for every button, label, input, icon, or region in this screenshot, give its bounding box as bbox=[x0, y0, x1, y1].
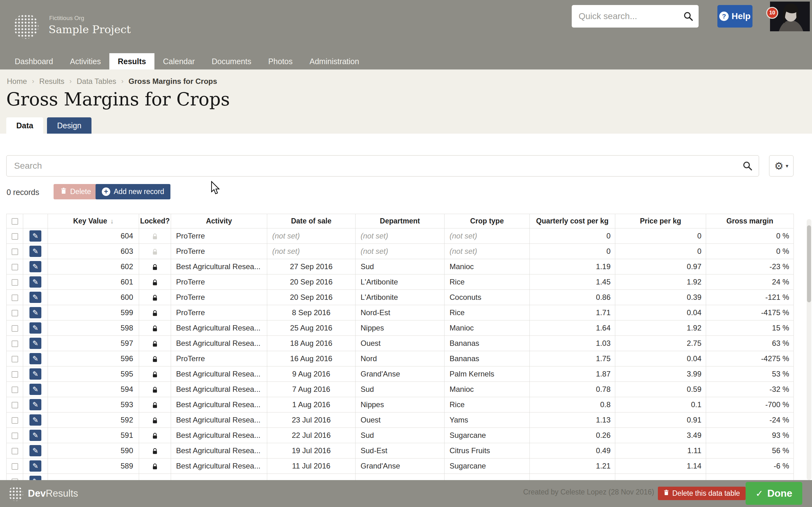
breadcrumb-item-data-tables[interactable]: Data Tables bbox=[77, 77, 116, 86]
cell-crop_type: Citrus Fruits bbox=[445, 443, 530, 458]
edit-record-button[interactable]: ✎ bbox=[30, 246, 41, 257]
cell-locked bbox=[139, 290, 171, 305]
nav-tab-activities[interactable]: Activities bbox=[61, 53, 109, 69]
cell-key: 591 bbox=[48, 428, 139, 443]
column-header-price-per-kg[interactable]: Price per kg bbox=[615, 214, 706, 228]
content-panel: ⚙ ▾ 0 records Delete + Add new record Ke… bbox=[0, 134, 812, 480]
edit-record-button[interactable]: ✎ bbox=[30, 476, 41, 480]
nav-tab-administration[interactable]: Administration bbox=[301, 53, 367, 69]
row-checkbox[interactable] bbox=[12, 340, 18, 347]
cell-department: Sud bbox=[356, 259, 445, 275]
row-checkbox[interactable] bbox=[12, 279, 18, 286]
row-checkbox[interactable] bbox=[12, 310, 18, 317]
devresults-brand[interactable]: DevResults bbox=[8, 486, 78, 501]
row-checkbox[interactable] bbox=[12, 387, 18, 393]
select-all-checkbox[interactable] bbox=[12, 218, 18, 225]
trash-icon bbox=[60, 187, 67, 196]
quick-search-input[interactable] bbox=[572, 5, 699, 27]
column-header-locked[interactable]: Locked? bbox=[139, 214, 171, 228]
edit-record-button[interactable]: ✎ bbox=[30, 261, 41, 272]
edit-record-button[interactable]: ✎ bbox=[30, 460, 41, 472]
row-checkbox[interactable] bbox=[12, 264, 18, 270]
column-header-activity[interactable]: Activity bbox=[171, 214, 267, 228]
edit-record-button[interactable]: ✎ bbox=[30, 338, 41, 349]
column-header-quarterly-cost-per-kg[interactable]: Quarterly cost per kg bbox=[530, 214, 615, 228]
vertical-scrollbar[interactable] bbox=[807, 219, 811, 480]
cell-date: (not set) bbox=[267, 244, 356, 259]
row-checkbox[interactable] bbox=[12, 402, 18, 408]
nav-tab-results[interactable]: Results bbox=[109, 53, 154, 69]
cell-crop_type: Sugarcane bbox=[445, 458, 530, 474]
table-settings-button[interactable]: ⚙ ▾ bbox=[769, 155, 794, 176]
row-checkbox[interactable] bbox=[12, 248, 18, 255]
search-icon[interactable] bbox=[742, 161, 753, 172]
edit-record-button[interactable]: ✎ bbox=[30, 384, 41, 395]
brand-light: Results bbox=[46, 488, 78, 499]
pencil-icon: ✎ bbox=[32, 325, 38, 332]
done-button[interactable]: ✓ Done bbox=[746, 482, 802, 505]
notification-badge[interactable]: 10 bbox=[766, 7, 778, 19]
cell-price: 0.1 bbox=[615, 397, 706, 412]
cell-margin: -700 % bbox=[706, 397, 794, 412]
row-checkbox[interactable] bbox=[12, 448, 18, 454]
breadcrumb: Home›Results›Data Tables›Gross Margins f… bbox=[7, 77, 217, 86]
tab-data[interactable]: Data bbox=[6, 117, 43, 134]
cell-key: 603 bbox=[48, 244, 139, 259]
cell-price: 0.59 bbox=[615, 382, 706, 397]
column-header-crop-type[interactable]: Crop type bbox=[445, 214, 530, 228]
edit-record-button[interactable]: ✎ bbox=[30, 276, 41, 288]
edit-column-header bbox=[23, 214, 48, 228]
column-header-key-value[interactable]: Key Value↓ bbox=[48, 214, 139, 228]
cell-activity: Best Agricultural Resea... bbox=[171, 321, 267, 336]
cell-locked bbox=[139, 244, 171, 259]
edit-record-button[interactable]: ✎ bbox=[30, 230, 41, 242]
edit-record-button[interactable]: ✎ bbox=[30, 369, 41, 380]
edit-record-button[interactable]: ✎ bbox=[30, 322, 41, 334]
cell-price: 0.04 bbox=[615, 351, 706, 367]
cell-price: 3.99 bbox=[615, 367, 706, 382]
column-header-date-of-sale[interactable]: Date of sale bbox=[267, 214, 356, 228]
edit-record-button[interactable]: ✎ bbox=[30, 445, 41, 456]
column-header-department[interactable]: Department bbox=[356, 214, 445, 228]
breadcrumb-item-home[interactable]: Home bbox=[7, 77, 27, 86]
edit-record-button[interactable]: ✎ bbox=[30, 399, 41, 410]
table-row-partial: ✎ bbox=[7, 474, 794, 481]
row-checkbox[interactable] bbox=[12, 371, 18, 378]
search-icon[interactable] bbox=[683, 11, 694, 23]
column-label: Price per kg bbox=[640, 217, 681, 225]
tab-design[interactable]: Design bbox=[47, 117, 92, 134]
add-new-record-button[interactable]: + Add new record bbox=[96, 184, 170, 200]
row-checkbox[interactable] bbox=[12, 356, 18, 362]
row-checkbox[interactable] bbox=[12, 417, 18, 424]
nav-tab-calendar[interactable]: Calendar bbox=[154, 53, 203, 69]
cell-margin: 93 % bbox=[706, 428, 794, 443]
org-logo-globe-icon[interactable] bbox=[13, 14, 39, 39]
help-button[interactable]: ? Help bbox=[717, 5, 753, 27]
column-header-gross-margin[interactable]: Gross margin bbox=[706, 214, 794, 228]
nav-tab-documents[interactable]: Documents bbox=[203, 53, 260, 69]
cell-cost: 0 bbox=[530, 228, 615, 244]
nav-tab-dashboard[interactable]: Dashboard bbox=[6, 53, 61, 69]
edit-record-button[interactable]: ✎ bbox=[30, 307, 41, 318]
delete-records-button[interactable]: Delete bbox=[54, 184, 98, 200]
edit-record-button[interactable]: ✎ bbox=[30, 414, 41, 426]
cell-margin: -23 % bbox=[706, 259, 794, 275]
cell-price bbox=[615, 474, 706, 481]
edit-record-button[interactable]: ✎ bbox=[30, 353, 41, 364]
cell-margin bbox=[706, 474, 794, 481]
row-checkbox[interactable] bbox=[12, 233, 18, 240]
row-checkbox[interactable] bbox=[12, 294, 18, 301]
nav-tab-photos[interactable]: Photos bbox=[260, 53, 301, 69]
cell-activity: Best Agricultural Resea... bbox=[171, 382, 267, 397]
row-checkbox[interactable] bbox=[12, 463, 18, 470]
edit-record-button[interactable]: ✎ bbox=[30, 292, 41, 303]
delete-data-table-button[interactable]: Delete this data table bbox=[658, 487, 746, 500]
edit-record-button[interactable]: ✎ bbox=[30, 430, 41, 441]
row-checkbox[interactable] bbox=[12, 433, 18, 439]
lock-icon bbox=[152, 340, 158, 347]
breadcrumb-item-results[interactable]: Results bbox=[39, 77, 64, 86]
scrollbar-thumb[interactable] bbox=[807, 225, 811, 302]
cell-department: L'Artibonite bbox=[356, 275, 445, 290]
row-checkbox[interactable] bbox=[12, 325, 18, 332]
table-search-input[interactable] bbox=[6, 155, 759, 176]
